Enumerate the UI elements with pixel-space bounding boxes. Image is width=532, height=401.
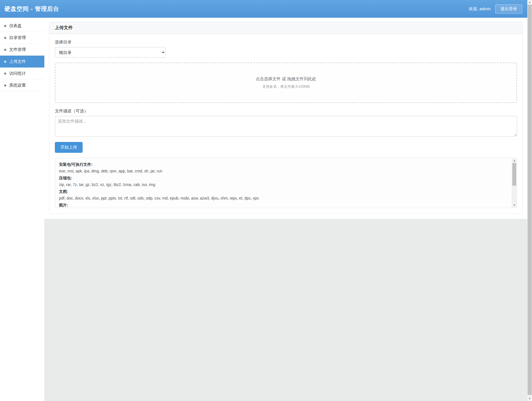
welcome-text: 欢迎, admin	[469, 6, 491, 12]
card-title: 上传文件	[49, 22, 523, 34]
sidebar-item-directory-management[interactable]: ◈ 目录管理	[0, 32, 44, 44]
scroll-down-icon[interactable]: ▼	[512, 203, 517, 208]
dropzone-sub-text: 支持多选，单文件最大100MB	[262, 84, 310, 89]
diamond-icon: ◈	[4, 24, 6, 27]
scroll-up-icon[interactable]: ▲	[512, 158, 517, 163]
type-extensions: exe, msi, apk, ipa, dmg, deb, rpm, app, …	[59, 169, 508, 173]
type-category: 图片:	[59, 203, 508, 208]
type-category: 文档:	[59, 189, 508, 194]
allowed-types-list: 安装包/可执行文件: exe, msi, apk, ipa, dmg, deb,…	[55, 158, 517, 208]
sidebar-item-label: 仪表盘	[9, 23, 22, 29]
type-extensions: zip, rar, 7z, tar, gz, bz2, xz, tgz, tbz…	[59, 182, 508, 187]
description-label: 文件描述（可选）	[55, 108, 517, 114]
diamond-icon: ◈	[4, 48, 6, 51]
diamond-icon: ◈	[4, 84, 6, 87]
diamond-icon: ◈	[4, 72, 6, 75]
sidebar-item-file-management[interactable]: ◈ 文件管理	[0, 44, 44, 56]
content-area: 上传文件 选择目录 根目录 点击选择文件 或 拖拽文件到此处 支持多选，单文件最…	[44, 18, 527, 219]
sidebar-item-label: 文件管理	[9, 47, 26, 52]
sidebar-item-label: 上传文件	[9, 59, 26, 64]
allowed-types-box: 安装包/可执行文件: exe, msi, apk, ipa, dmg, deb,…	[55, 158, 517, 208]
scroll-up-icon[interactable]: ▲	[527, 0, 532, 5]
sidebar-item-label: 访问统计	[9, 71, 26, 76]
upload-card: 上传文件 选择目录 根目录 点击选择文件 或 拖拽文件到此处 支持多选，单文件最…	[49, 22, 523, 214]
start-upload-button[interactable]: 开始上传	[55, 142, 83, 153]
sidebar: ◈ 仪表盘 ◈ 目录管理 ◈ 文件管理 ◈ 上传文件 ◈ 访问统计 ◈ 系统设置	[0, 18, 44, 401]
page-title: 硬盘空间 - 管理后台	[4, 5, 59, 13]
sidebar-item-access-stats[interactable]: ◈ 访问统计	[0, 68, 44, 79]
type-extensions: pdf, doc, docx, xls, xlsx, ppt, pptx, tx…	[59, 196, 508, 200]
description-textarea[interactable]	[55, 116, 517, 136]
type-category: 安装包/可执行文件:	[59, 162, 508, 167]
file-dropzone[interactable]: 点击选择文件 或 拖拽文件到此处 支持多选，单文件最大100MB	[55, 63, 517, 103]
directory-select[interactable]: 根目录	[55, 47, 166, 58]
types-box-scrollbar[interactable]: ▲ ▼	[512, 158, 516, 208]
header-right: 欢迎, admin 退出登录	[469, 4, 522, 14]
type-category: 压缩包:	[59, 176, 508, 181]
sidebar-item-dashboard[interactable]: ◈ 仪表盘	[0, 20, 44, 32]
scroll-down-icon[interactable]: ▼	[527, 396, 532, 401]
sidebar-item-label: 系统设置	[9, 83, 26, 88]
logout-button[interactable]: 退出登录	[495, 4, 522, 14]
sidebar-item-label: 目录管理	[9, 35, 26, 40]
page-scrollbar[interactable]: ▲ ▼	[527, 0, 532, 401]
scrollbar-thumb[interactable]	[512, 163, 516, 186]
sidebar-item-upload-file[interactable]: ◈ 上传文件	[0, 56, 44, 68]
scrollbar-thumb[interactable]	[528, 5, 532, 395]
main-layout: ◈ 仪表盘 ◈ 目录管理 ◈ 文件管理 ◈ 上传文件 ◈ 访问统计 ◈ 系统设置…	[0, 18, 527, 401]
sidebar-item-system-settings[interactable]: ◈ 系统设置	[0, 79, 44, 91]
dropzone-main-text: 点击选择文件 或 拖拽文件到此处	[256, 76, 316, 82]
diamond-icon: ◈	[4, 60, 6, 63]
diamond-icon: ◈	[4, 36, 6, 39]
directory-label: 选择目录	[55, 40, 517, 45]
main-column: 上传文件 选择目录 根目录 点击选择文件 或 拖拽文件到此处 支持多选，单文件最…	[44, 18, 527, 401]
card-body: 选择目录 根目录 点击选择文件 或 拖拽文件到此处 支持多选，单文件最大100M…	[49, 34, 523, 214]
app-header: 硬盘空间 - 管理后台 欢迎, admin 退出登录	[0, 0, 532, 18]
